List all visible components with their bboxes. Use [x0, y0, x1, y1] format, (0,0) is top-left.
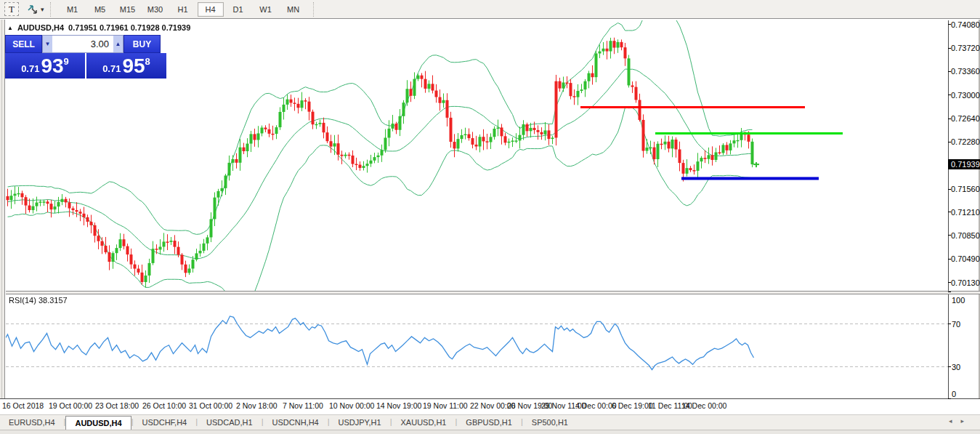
tf-button-mn[interactable]: MN [280, 2, 307, 17]
price-tick-label: 0.74080 [951, 20, 980, 29]
rsi-tick-mark [948, 292, 951, 292]
sell-price-big-digits: 93 [41, 55, 63, 77]
tf-button-m1[interactable]: M1 [60, 2, 86, 17]
lot-size-group: ▼ ▲ [42, 35, 123, 53]
tab-eurusd-h4[interactable]: EURUSD,H4 [0, 415, 64, 430]
buy-price-prefix: 0.71 [102, 63, 121, 74]
chart-symbol-label: AUDUSD,H4 [17, 23, 64, 32]
rsi-tick-mark [948, 398, 951, 399]
timeframe-button-group: M1M5M15M30H1H4D1W1MN [59, 2, 307, 17]
chart-header: ▲ AUDUSD,H4 0.71951 0.71961 0.71928 0.71… [7, 23, 190, 32]
tab-gbpusd-h1[interactable]: GBPUSD,H1 [457, 415, 521, 430]
toolbar-separator [50, 2, 54, 17]
time-axis-label: 19 Oct 00:00 [49, 401, 92, 410]
price-tick-label: 0.72280 [951, 137, 980, 146]
sell-button[interactable]: SELL [5, 35, 42, 53]
tab-usdchf-h4[interactable]: USDCHF,H4 [133, 415, 195, 430]
collapse-icon[interactable]: ▲ [7, 25, 13, 31]
tab-scroll-left-icon[interactable]: ◂ [949, 417, 961, 425]
price-tick-label: 0.72640 [951, 114, 980, 123]
price-tick-label: 0.70490 [951, 254, 980, 263]
price-tick-label: 0.73720 [951, 44, 980, 52]
price-tick-label: 0.70130 [951, 278, 980, 287]
time-axis-label: 31 Oct 00:00 [189, 401, 232, 410]
window-left-splitter[interactable] [0, 20, 5, 414]
chart-tab-bar: EURUSD,H4|AUDUSD,H4|USDCHF,H4|USDCAD,H1|… [0, 414, 980, 430]
buy-price-display[interactable]: 0.71 95 8 [86, 53, 166, 79]
tab-usdcnh-h4[interactable]: USDCNH,H4 [264, 415, 328, 430]
time-axis-label: 6 Dec 19:00 [612, 401, 653, 410]
rsi-indicator-canvas[interactable] [6, 294, 948, 398]
price-tick-label: 0.73360 [951, 67, 980, 76]
lot-size-input[interactable] [52, 36, 113, 52]
tf-button-h4[interactable]: H4 [198, 2, 224, 17]
tab-scroll-right-icon[interactable]: ▸ [960, 417, 973, 425]
chart-ohlc-values: 0.71951 0.71961 0.71928 0.71939 [68, 23, 190, 32]
sell-price-pip-digit: 9 [64, 56, 69, 67]
time-axis-label: 23 Oct 18:00 [95, 401, 139, 410]
tab-sp500-h1[interactable]: SP500,H1 [523, 415, 577, 430]
buy-button[interactable]: BUY [123, 35, 161, 53]
tf-button-h1[interactable]: H1 [170, 2, 196, 17]
time-axis-label: 26 Oct 10:00 [142, 401, 186, 410]
rsi-level-label: 70 [952, 320, 978, 329]
tf-button-d1[interactable]: D1 [225, 2, 251, 17]
time-axis-label: 2 Nov 18:00 [236, 401, 278, 410]
rsi-level-label: 100 [952, 296, 978, 305]
tf-button-m30[interactable]: M30 [142, 2, 169, 17]
time-axis-label: 14 Nov 19:00 [376, 401, 421, 410]
buy-price-big-digits: 95 [122, 55, 145, 77]
rsi-level-label: 30 [952, 363, 978, 371]
sell-price-display[interactable]: 0.71 93 9 [5, 53, 85, 79]
time-axis-label: 14 Dec 00:00 [681, 401, 726, 410]
one-click-trade-panel: SELL ▼ ▲ BUY 0.71 93 9 0.71 95 8 [5, 35, 166, 79]
price-tick-label: 0.71560 [951, 185, 980, 193]
pane-divider[interactable] [6, 291, 980, 294]
rsi-indicator-label: RSI(14) 38.3157 [9, 296, 68, 305]
tab-scroll-arrows: ◂▸ [949, 417, 973, 425]
status-strip [0, 430, 980, 434]
arrows-tool-icon[interactable] [26, 3, 39, 15]
text-tool-icon[interactable]: T [4, 2, 19, 16]
rsi-level-label: 0 [952, 390, 978, 398]
tf-button-w1[interactable]: W1 [253, 2, 279, 17]
price-tick-label: 0.71210 [951, 208, 980, 217]
tab-usdcad-h1[interactable]: USDCAD,H1 [198, 415, 262, 430]
tf-button-m5[interactable]: M5 [87, 2, 113, 17]
tab-xauusd-h1[interactable]: XAUUSD,H1 [392, 415, 455, 430]
price-tick-label: 0.70850 [951, 231, 980, 240]
rsi-tick-mark [948, 366, 951, 367]
time-axis-label: 10 Nov 00:00 [329, 401, 374, 410]
rsi-tick-mark [948, 324, 951, 324]
current-price-label: 0.71939 [948, 159, 980, 169]
toolbar: T ▾ M1M5M15M30H1H4D1W1MN [0, 0, 980, 19]
tf-button-m15[interactable]: M15 [115, 2, 141, 17]
price-tick-label: 0.73000 [951, 91, 980, 100]
buy-price-pip-digit: 8 [145, 56, 150, 67]
time-axis-label: 19 Nov 11:00 [423, 401, 468, 410]
toolbar-separator [313, 2, 317, 17]
tab-audusd-h4[interactable]: AUDUSD,H4 [65, 416, 131, 430]
time-axis-label: 7 Nov 11:00 [283, 401, 323, 410]
tab-usdjpy-h1[interactable]: USDJPY,H1 [330, 415, 390, 430]
lot-increase-button[interactable]: ▲ [113, 36, 123, 52]
time-axis-label: 16 Oct 2018 [2, 401, 44, 410]
sell-price-prefix: 0.71 [21, 63, 39, 74]
time-axis-label: 4 Dec 00:00 [575, 401, 617, 410]
lot-decrease-button[interactable]: ▼ [43, 36, 52, 52]
arrows-dropdown-caret[interactable]: ▾ [41, 6, 44, 13]
